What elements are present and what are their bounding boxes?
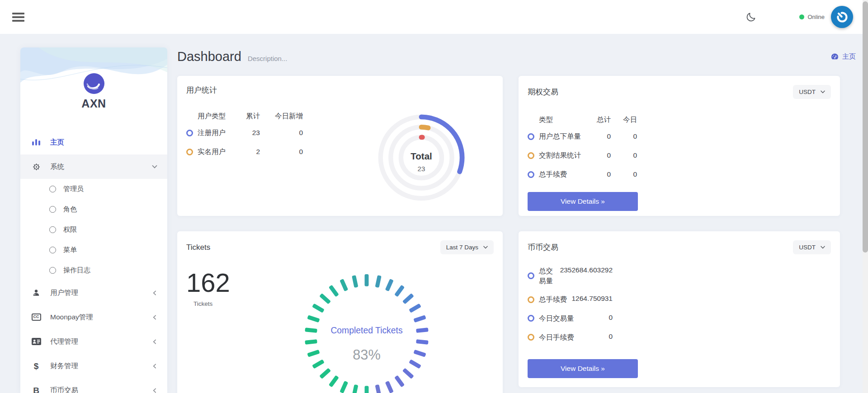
user-stats-card: 用户统计 用户类型累计今日新增注册用户230实名用户20 Total23 xyxy=(177,76,503,216)
sidebar-subitem-label: 权限 xyxy=(63,225,77,234)
top-bar: Online xyxy=(0,0,868,34)
user-stats-row: 注册用户230 xyxy=(186,123,303,142)
range-value: Last 7 Days xyxy=(446,244,478,251)
chevron-left-icon xyxy=(152,339,157,344)
chevron-down-icon xyxy=(483,246,488,249)
ring-icon xyxy=(528,152,534,159)
currency-value: USDT xyxy=(799,89,816,95)
tickets-count-label: Tickets xyxy=(186,300,277,307)
sidebar-item-0[interactable]: 主页 xyxy=(20,130,167,154)
coin-stats-row: 总交易量2352684.603292 xyxy=(528,266,613,285)
options-stats-row: 交割结果统计00 xyxy=(528,146,637,165)
coin-stats-list: 总交易量2352684.603292总手续费1264.750931今日交易量0今… xyxy=(528,266,613,342)
user-avatar[interactable] xyxy=(831,6,853,28)
coin-stats-row: 今日交易量0 xyxy=(528,313,613,323)
svg-text:Completed Tickets: Completed Tickets xyxy=(330,325,402,335)
ring-icon xyxy=(528,272,534,279)
options-stats-row: 用户总下单量00 xyxy=(528,127,637,146)
chevron-left-icon xyxy=(152,315,157,320)
sidebar-item-6[interactable]: B币币交易 xyxy=(20,378,167,393)
sidebar: AXN 主页系统管理员角色权限菜单操作日志用户管理CCMoonpay管理代理管理… xyxy=(20,47,167,393)
ring-icon xyxy=(528,133,534,140)
circle-icon xyxy=(49,226,56,233)
card-title: 币币交易 xyxy=(528,242,558,253)
ring-icon xyxy=(186,130,193,136)
sidebar-item-2[interactable]: 用户管理 xyxy=(20,281,167,305)
user-icon xyxy=(32,289,40,297)
moon-icon xyxy=(745,12,756,23)
chevron-left-icon xyxy=(152,290,157,295)
id-card-icon xyxy=(32,338,41,345)
online-dot-icon xyxy=(799,14,804,19)
tickets-count: 162 xyxy=(186,270,277,296)
sidebar-item-3[interactable]: CCMoonpay管理 xyxy=(20,305,167,329)
breadcrumb-label: 主页 xyxy=(842,52,856,61)
circle-icon xyxy=(49,267,56,274)
coin-stats-row: 今日手续费0 xyxy=(528,332,613,342)
sidebar-item-4[interactable]: 代理管理 xyxy=(20,329,167,354)
breadcrumb[interactable]: 主页 xyxy=(830,52,856,61)
sidebar-subitem-label: 菜单 xyxy=(63,246,77,254)
brand-area: AXN xyxy=(20,47,167,120)
bar-chart-icon xyxy=(32,139,41,146)
chevron-down-icon xyxy=(821,246,825,249)
online-label: Online xyxy=(807,14,825,20)
ring-icon xyxy=(528,171,534,178)
circle-icon xyxy=(49,206,56,213)
ring-icon xyxy=(528,296,534,303)
currency-select[interactable]: USDT xyxy=(793,240,831,254)
sidebar-subitem[interactable]: 角色 xyxy=(20,199,167,220)
sidebar-menu: 主页系统管理员角色权限菜单操作日志用户管理CCMoonpay管理代理管理$财务管… xyxy=(20,120,167,393)
speedometer-icon xyxy=(830,52,839,61)
card-title: 期权交易 xyxy=(528,87,558,97)
sidebar-subitem[interactable]: 管理员 xyxy=(20,179,167,199)
sidebar-subitem-label: 角色 xyxy=(63,205,77,214)
svg-text:83%: 83% xyxy=(353,347,381,363)
scrollbar-thumb[interactable] xyxy=(863,1,868,253)
circle-icon xyxy=(49,247,56,253)
main-content: Dashboard Description... 主页 用户统计 xyxy=(167,47,868,393)
dollar-icon: $ xyxy=(34,362,39,370)
user-stats-row: 实名用户20 xyxy=(186,142,303,161)
sidebar-item-label: 系统 xyxy=(50,162,64,172)
sidebar-subitem[interactable]: 操作日志 xyxy=(20,260,167,281)
hamburger-menu-icon[interactable] xyxy=(12,13,24,22)
circle-icon xyxy=(49,186,56,192)
power-logo-icon xyxy=(832,7,851,26)
currency-value: USDT xyxy=(799,244,816,251)
sidebar-item-5[interactable]: $财务管理 xyxy=(20,354,167,378)
chevron-down-icon xyxy=(152,164,157,169)
sidebar-item-1[interactable]: 系统 xyxy=(20,154,167,179)
svg-text:Total: Total xyxy=(410,151,432,161)
page-title: Dashboard xyxy=(177,49,241,64)
bitcoin-icon: B xyxy=(33,386,39,393)
coin-trading-card: 币币交易 USDT 总交易量2352684.603292总手续费1264.750… xyxy=(519,231,840,387)
table-header: 类型总计今日 xyxy=(528,112,637,127)
range-select[interactable]: Last 7 Days xyxy=(440,240,494,254)
view-details-button[interactable]: View Details » xyxy=(528,192,638,211)
cc-icon: CC xyxy=(32,313,41,321)
options-trading-card: 期权交易 USDT 类型总计今日用户总下单量00交割结果统计00总手续费00 V… xyxy=(519,76,840,216)
dark-mode-toggle[interactable] xyxy=(745,12,756,23)
user-stats-table: 用户类型累计今日新增注册用户230实名用户20 xyxy=(186,109,303,204)
user-stats-radial-chart: Total23 xyxy=(377,113,466,204)
sidebar-item-label: 币币交易 xyxy=(50,386,78,393)
sidebar-subitem-label: 操作日志 xyxy=(63,266,90,275)
table-header: 用户类型累计今日新增 xyxy=(186,109,303,123)
ring-icon xyxy=(528,315,534,322)
coin-stats-row: 总手续费1264.750931 xyxy=(528,295,613,304)
chevron-left-icon xyxy=(152,364,157,369)
sidebar-subitem-label: 管理员 xyxy=(63,185,84,193)
svg-text:23: 23 xyxy=(418,165,425,173)
status-indicator: Online xyxy=(799,14,825,20)
currency-select[interactable]: USDT xyxy=(793,85,831,99)
sidebar-subitem[interactable]: 菜单 xyxy=(20,240,167,260)
page-description: Description... xyxy=(248,55,288,62)
sidebar-subitem[interactable]: 权限 xyxy=(20,220,167,240)
sidebar-item-label: 财务管理 xyxy=(50,361,78,371)
tickets-gauge-chart: Completed Tickets83% xyxy=(304,273,429,393)
scrollbar-track[interactable] xyxy=(863,0,868,393)
options-stats-table: 类型总计今日用户总下单量00交割结果统计00总手续费00 xyxy=(528,112,637,184)
sidebar-item-label: Moonpay管理 xyxy=(50,313,93,322)
view-details-button[interactable]: View Details » xyxy=(528,359,638,378)
